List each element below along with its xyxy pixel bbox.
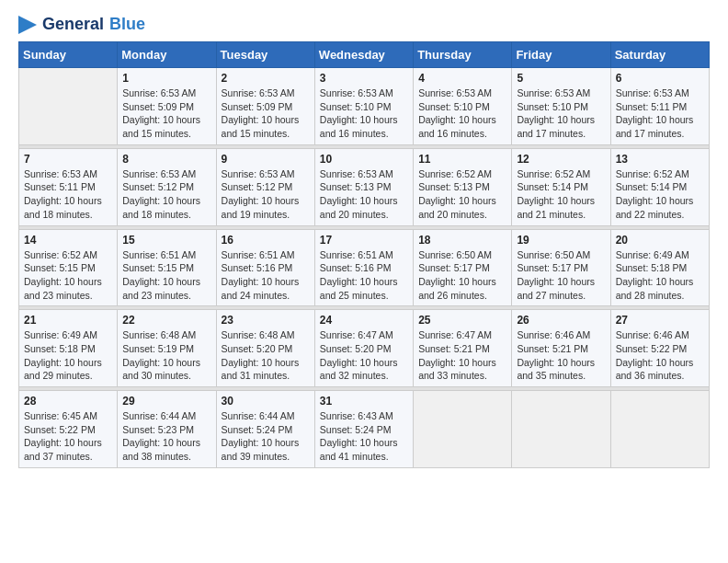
- day-number: 11: [418, 153, 506, 166]
- day-header-saturday: Saturday: [610, 42, 709, 68]
- day-info: Sunrise: 6:52 AM Sunset: 5:15 PM Dayligh…: [24, 248, 112, 303]
- day-number: 1: [122, 72, 210, 85]
- day-number: 3: [320, 72, 408, 85]
- day-info: Sunrise: 6:51 AM Sunset: 5:15 PM Dayligh…: [122, 248, 210, 303]
- svg-marker-0: [18, 16, 37, 34]
- day-number: 5: [517, 72, 605, 85]
- day-info: Sunrise: 6:53 AM Sunset: 5:09 PM Dayligh…: [122, 86, 210, 141]
- day-info: Sunrise: 6:53 AM Sunset: 5:11 PM Dayligh…: [616, 86, 704, 141]
- day-header-monday: Monday: [118, 42, 216, 68]
- logo: GeneralBlue: [18, 15, 145, 34]
- calendar-day-cell: [414, 391, 512, 468]
- calendar-day-cell: 24Sunrise: 6:47 AM Sunset: 5:20 PM Dayli…: [314, 310, 413, 387]
- calendar-day-cell: 11Sunrise: 6:52 AM Sunset: 5:13 PM Dayli…: [414, 148, 512, 225]
- calendar-week-row: 1Sunrise: 6:53 AM Sunset: 5:09 PM Daylig…: [19, 68, 710, 145]
- day-number: 25: [418, 314, 506, 327]
- calendar-day-cell: 22Sunrise: 6:48 AM Sunset: 5:19 PM Dayli…: [118, 310, 216, 387]
- calendar-week-row: 14Sunrise: 6:52 AM Sunset: 5:15 PM Dayli…: [19, 229, 710, 306]
- day-number: 16: [222, 234, 310, 247]
- day-header-thursday: Thursday: [414, 42, 512, 68]
- calendar-day-cell: 23Sunrise: 6:48 AM Sunset: 5:20 PM Dayli…: [216, 310, 314, 387]
- calendar-day-cell: 3Sunrise: 6:53 AM Sunset: 5:10 PM Daylig…: [314, 68, 413, 145]
- calendar-day-cell: [610, 391, 709, 468]
- day-info: Sunrise: 6:52 AM Sunset: 5:14 PM Dayligh…: [517, 167, 605, 222]
- calendar-day-cell: 28Sunrise: 6:45 AM Sunset: 5:22 PM Dayli…: [19, 391, 118, 468]
- day-info: Sunrise: 6:52 AM Sunset: 5:13 PM Dayligh…: [418, 167, 506, 222]
- day-info: Sunrise: 6:47 AM Sunset: 5:20 PM Dayligh…: [320, 328, 408, 383]
- day-number: 13: [616, 153, 704, 166]
- day-info: Sunrise: 6:53 AM Sunset: 5:10 PM Dayligh…: [517, 86, 605, 141]
- day-info: Sunrise: 6:45 AM Sunset: 5:22 PM Dayligh…: [24, 409, 112, 464]
- day-number: 9: [222, 153, 310, 166]
- calendar-day-cell: 18Sunrise: 6:50 AM Sunset: 5:17 PM Dayli…: [414, 229, 512, 306]
- calendar-day-cell: 17Sunrise: 6:51 AM Sunset: 5:16 PM Dayli…: [314, 229, 413, 306]
- calendar-day-cell: 9Sunrise: 6:53 AM Sunset: 5:12 PM Daylig…: [216, 148, 314, 225]
- calendar-day-cell: [512, 391, 610, 468]
- calendar-day-cell: 31Sunrise: 6:43 AM Sunset: 5:24 PM Dayli…: [314, 391, 413, 468]
- calendar-day-cell: 19Sunrise: 6:50 AM Sunset: 5:17 PM Dayli…: [512, 229, 610, 306]
- calendar-day-cell: 12Sunrise: 6:52 AM Sunset: 5:14 PM Dayli…: [512, 148, 610, 225]
- day-info: Sunrise: 6:51 AM Sunset: 5:16 PM Dayligh…: [320, 248, 408, 303]
- day-number: 28: [24, 395, 112, 408]
- day-info: Sunrise: 6:49 AM Sunset: 5:18 PM Dayligh…: [616, 248, 704, 303]
- day-number: 31: [320, 395, 408, 408]
- day-info: Sunrise: 6:53 AM Sunset: 5:12 PM Dayligh…: [222, 167, 310, 222]
- day-info: Sunrise: 6:46 AM Sunset: 5:22 PM Dayligh…: [616, 328, 704, 383]
- day-number: 4: [418, 72, 506, 85]
- day-number: 29: [122, 395, 210, 408]
- day-info: Sunrise: 6:53 AM Sunset: 5:10 PM Dayligh…: [418, 86, 506, 141]
- calendar-day-cell: 30Sunrise: 6:44 AM Sunset: 5:24 PM Dayli…: [216, 391, 314, 468]
- day-number: 12: [517, 153, 605, 166]
- calendar-day-cell: [19, 68, 118, 145]
- day-number: 6: [616, 72, 704, 85]
- page-header: GeneralBlue: [18, 15, 710, 34]
- day-info: Sunrise: 6:53 AM Sunset: 5:09 PM Dayligh…: [222, 86, 310, 141]
- calendar-day-cell: 20Sunrise: 6:49 AM Sunset: 5:18 PM Dayli…: [610, 229, 709, 306]
- day-info: Sunrise: 6:49 AM Sunset: 5:18 PM Dayligh…: [24, 328, 112, 383]
- calendar-day-cell: 29Sunrise: 6:44 AM Sunset: 5:23 PM Dayli…: [118, 391, 216, 468]
- day-info: Sunrise: 6:44 AM Sunset: 5:24 PM Dayligh…: [222, 409, 310, 464]
- day-info: Sunrise: 6:52 AM Sunset: 5:14 PM Dayligh…: [616, 167, 704, 222]
- calendar-day-cell: 26Sunrise: 6:46 AM Sunset: 5:21 PM Dayli…: [512, 310, 610, 387]
- day-info: Sunrise: 6:44 AM Sunset: 5:23 PM Dayligh…: [122, 409, 210, 464]
- calendar-header-row: SundayMondayTuesdayWednesdayThursdayFrid…: [19, 42, 710, 68]
- day-number: 18: [418, 234, 506, 247]
- calendar-table: SundayMondayTuesdayWednesdayThursdayFrid…: [18, 41, 710, 468]
- calendar-day-cell: 25Sunrise: 6:47 AM Sunset: 5:21 PM Dayli…: [414, 310, 512, 387]
- calendar-day-cell: 16Sunrise: 6:51 AM Sunset: 5:16 PM Dayli…: [216, 229, 314, 306]
- day-info: Sunrise: 6:53 AM Sunset: 5:13 PM Dayligh…: [320, 167, 408, 222]
- day-number: 10: [320, 153, 408, 166]
- day-info: Sunrise: 6:53 AM Sunset: 5:11 PM Dayligh…: [24, 167, 112, 222]
- day-header-tuesday: Tuesday: [216, 42, 314, 68]
- calendar-day-cell: 5Sunrise: 6:53 AM Sunset: 5:10 PM Daylig…: [512, 68, 610, 145]
- day-info: Sunrise: 6:50 AM Sunset: 5:17 PM Dayligh…: [418, 248, 506, 303]
- day-info: Sunrise: 6:46 AM Sunset: 5:21 PM Dayligh…: [517, 328, 605, 383]
- day-number: 26: [517, 314, 605, 327]
- day-info: Sunrise: 6:53 AM Sunset: 5:10 PM Dayligh…: [320, 86, 408, 141]
- day-info: Sunrise: 6:47 AM Sunset: 5:21 PM Dayligh…: [418, 328, 506, 383]
- calendar-day-cell: 13Sunrise: 6:52 AM Sunset: 5:14 PM Dayli…: [610, 148, 709, 225]
- day-header-friday: Friday: [512, 42, 610, 68]
- day-number: 7: [24, 153, 112, 166]
- day-number: 2: [222, 72, 310, 85]
- calendar-day-cell: 8Sunrise: 6:53 AM Sunset: 5:12 PM Daylig…: [118, 148, 216, 225]
- day-number: 17: [320, 234, 408, 247]
- day-number: 19: [517, 234, 605, 247]
- calendar-day-cell: 15Sunrise: 6:51 AM Sunset: 5:15 PM Dayli…: [118, 229, 216, 306]
- day-number: 20: [616, 234, 704, 247]
- calendar-day-cell: 6Sunrise: 6:53 AM Sunset: 5:11 PM Daylig…: [610, 68, 709, 145]
- day-info: Sunrise: 6:51 AM Sunset: 5:16 PM Dayligh…: [222, 248, 310, 303]
- calendar-day-cell: 14Sunrise: 6:52 AM Sunset: 5:15 PM Dayli…: [19, 229, 118, 306]
- calendar-day-cell: 2Sunrise: 6:53 AM Sunset: 5:09 PM Daylig…: [216, 68, 314, 145]
- calendar-week-row: 7Sunrise: 6:53 AM Sunset: 5:11 PM Daylig…: [19, 148, 710, 225]
- day-header-sunday: Sunday: [19, 42, 118, 68]
- calendar-day-cell: 4Sunrise: 6:53 AM Sunset: 5:10 PM Daylig…: [414, 68, 512, 145]
- calendar-day-cell: 21Sunrise: 6:49 AM Sunset: 5:18 PM Dayli…: [19, 310, 118, 387]
- calendar-day-cell: 10Sunrise: 6:53 AM Sunset: 5:13 PM Dayli…: [314, 148, 413, 225]
- day-info: Sunrise: 6:53 AM Sunset: 5:12 PM Dayligh…: [122, 167, 210, 222]
- calendar-week-row: 28Sunrise: 6:45 AM Sunset: 5:22 PM Dayli…: [19, 391, 710, 468]
- day-number: 21: [24, 314, 112, 327]
- day-header-wednesday: Wednesday: [314, 42, 413, 68]
- day-info: Sunrise: 6:48 AM Sunset: 5:20 PM Dayligh…: [222, 328, 310, 383]
- day-info: Sunrise: 6:50 AM Sunset: 5:17 PM Dayligh…: [517, 248, 605, 303]
